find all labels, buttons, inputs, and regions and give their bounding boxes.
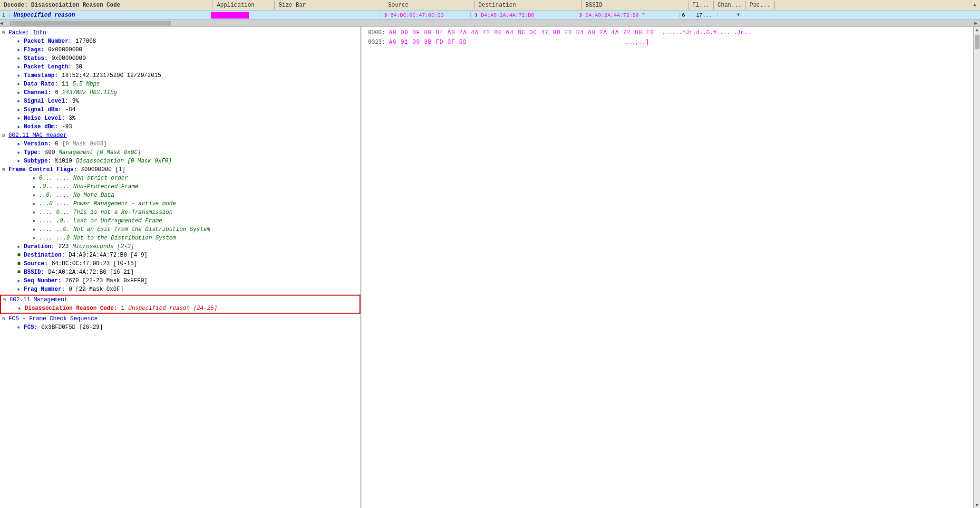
mac-header-section[interactable]: ⊟ 802.11 MAC Header bbox=[0, 131, 360, 140]
frame-control-flags-header[interactable]: ⊟ Frame Control Flags: %00000000 [1] bbox=[0, 165, 360, 174]
hex-offset-0: 0000: bbox=[365, 29, 389, 36]
bullet-icon: ● bbox=[17, 142, 24, 147]
bullet-icon: ● bbox=[17, 73, 24, 78]
scroll-down-icon[interactable]: ▼ bbox=[737, 12, 744, 18]
fcf-flag-6: ● .... .0.. Last or Unfragmented Frame bbox=[0, 217, 360, 225]
bullet-icon: ● bbox=[32, 176, 39, 181]
field-destination: ■ Destination: D4:A0:2A:4A:72:B0 [4-9] bbox=[0, 251, 360, 259]
bullet-icon: ● bbox=[32, 201, 39, 207]
packet-info-header[interactable]: ⊟ Packet Info bbox=[0, 29, 360, 37]
decode-label: Decode: Disassociation Reason Code bbox=[0, 1, 213, 10]
col-pac: Pac... bbox=[746, 1, 774, 10]
hex-row-1: 0023: A6 01 00 3B FD 0F 5D ...;..] bbox=[365, 38, 970, 47]
bullet-icon: ■ bbox=[17, 252, 24, 259]
field-timestamp: ● Timestamp: 18:52:42.123175200 12/29/20… bbox=[0, 71, 360, 80]
bullet-icon: ● bbox=[32, 210, 39, 215]
bullet-icon: ● bbox=[17, 278, 24, 284]
size-bar-visual bbox=[211, 12, 249, 19]
col-bssid: BSSID bbox=[582, 1, 689, 10]
field-signal-dbm: ● Signal dBm: -84 bbox=[0, 105, 360, 114]
scroll-left-icon[interactable]: ◀ bbox=[0, 20, 6, 26]
field-frag-number: ● Frag Number: 0 [22 Mask 0x0F] bbox=[0, 285, 360, 294]
bullet-icon: ● bbox=[17, 116, 24, 121]
hscroll-thumb[interactable] bbox=[10, 21, 171, 26]
management-label[interactable]: 802.11 Management bbox=[10, 297, 68, 303]
packet-number: 1 bbox=[0, 12, 10, 18]
field-noise-level: ● Noise Level: 3% bbox=[0, 114, 360, 123]
vertical-scrollbar[interactable]: ▲ ▼ bbox=[973, 27, 980, 508]
packet-bssid: ❱ D4:A0:2A:4A:72:B0 * bbox=[575, 12, 680, 18]
mac-header-label[interactable]: 802.11 MAC Header bbox=[9, 132, 67, 139]
col-application: Application bbox=[213, 1, 275, 10]
horizontal-scrollbar[interactable]: ◀ ▶ bbox=[0, 20, 980, 27]
field-signal-level: ● Signal Level: 9% bbox=[0, 97, 360, 105]
fcs-label[interactable]: FCS - Frame Check Sequence bbox=[9, 316, 97, 322]
bullet-icon: ● bbox=[17, 150, 24, 155]
field-source: ■ Source: 64:BC:0C:47:0D:23 [10-15] bbox=[0, 259, 360, 268]
hex-row-0: 0000: A0 00 DF 00 D4 A0 2A 4A 72 B0 64 B… bbox=[365, 29, 970, 37]
bullet-icon: ● bbox=[17, 39, 24, 44]
collapse-fcf-icon[interactable]: ⊟ bbox=[2, 167, 9, 173]
hex-panel: 0000: A0 00 DF 00 D4 A0 2A 4A 72 B0 64 B… bbox=[361, 27, 973, 508]
fcf-flag-1: ● 0... .... Non-strict order bbox=[0, 174, 360, 182]
packet-source: ❱ 64:BC:0C:47:0D:23 bbox=[380, 12, 471, 18]
field-bssid: ■ BSSID: D4:A0:2A:4A:72:B0 [16-21] bbox=[0, 268, 360, 277]
col-chan: Chan... bbox=[714, 1, 746, 10]
fcf-flag-2: ● .0.. .... Non-Protected Frame bbox=[0, 182, 360, 191]
packet-info-label[interactable]: Packet Info bbox=[9, 29, 46, 36]
bullet-icon: ● bbox=[17, 90, 24, 96]
bullet-icon: ● bbox=[32, 227, 39, 232]
hex-bytes-0: A0 00 DF 00 D4 A0 2A 4A 72 B0 64 BC 0C 4… bbox=[389, 29, 654, 36]
collapse-packet-info-icon[interactable]: ⊟ bbox=[2, 30, 9, 36]
field-data-rate: ● Data Rate: 11 5.5 Mbps bbox=[0, 80, 360, 88]
packet-fl: 6 bbox=[680, 12, 694, 18]
fcf-flag-8: ● .... ...0 Not to the Distribution Syst… bbox=[0, 234, 360, 242]
collapse-management-icon[interactable]: ⊟ bbox=[3, 297, 10, 303]
col-fl: Fl... bbox=[689, 1, 714, 10]
packet-row[interactable]: 1 Unspecified reason ❱ 64:BC:0C:47:0D:23… bbox=[0, 10, 980, 20]
management-header[interactable]: ⊟ 802.11 Management bbox=[1, 296, 359, 304]
field-duration: ● Duration: 223 Microseconds [2-3] bbox=[0, 242, 360, 251]
bullet-icon: ● bbox=[17, 107, 24, 113]
field-subtype: ● Subtype: %1010 Disassociation [0 Mask … bbox=[0, 157, 360, 165]
hex-ascii-0: ......*Jr.d..G.#......Jr.. bbox=[654, 29, 751, 36]
fcf-flag-5: ● .... 0... This is not a Re-Transmissio… bbox=[0, 208, 360, 217]
field-noise-dbm: ● Noise dBm: -93 bbox=[0, 123, 360, 131]
hex-ascii-1: ...;..] bbox=[617, 39, 649, 46]
fcf-flag-7: ● .... ..0. Not an Exit from the Distrib… bbox=[0, 225, 360, 234]
management-section-highlighted: ⊟ 802.11 Management ● Disassociation Rea… bbox=[0, 295, 360, 314]
field-packet-length: ● Packet Length: 30 bbox=[0, 63, 360, 71]
fcs-section-header[interactable]: ⊟ FCS - Frame Check Sequence bbox=[0, 315, 360, 323]
packet-sizebar bbox=[209, 11, 380, 19]
bullet-icon: ● bbox=[32, 184, 39, 190]
collapse-fcs-icon[interactable]: ⊟ bbox=[2, 316, 9, 322]
col-sizebar: Size Bar bbox=[275, 1, 384, 10]
field-version: ● Version: 0 [0 Mask 0x03] bbox=[0, 140, 360, 148]
bullet-icon: ● bbox=[32, 219, 39, 224]
collapse-mac-header-icon[interactable]: ⊟ bbox=[2, 133, 9, 138]
bullet-icon: ● bbox=[17, 65, 24, 70]
field-type: ● Type: %00 Management [0 Mask 0x0C] bbox=[0, 148, 360, 157]
bullet-icon: ● bbox=[32, 236, 39, 241]
field-fcs: ● FCS: 0x3BFD0F5D [26-29] bbox=[0, 323, 360, 332]
field-flags: ● Flags: 0x00000000 bbox=[0, 46, 360, 54]
bullet-icon: ● bbox=[18, 306, 25, 311]
bullet-icon: ● bbox=[17, 287, 24, 292]
hex-offset-1: 0023: bbox=[365, 39, 389, 46]
scroll-up-icon[interactable]: ▲ bbox=[973, 2, 980, 8]
bullet-icon: ● bbox=[17, 56, 24, 61]
header-bar: Decode: Disassociation Reason Code Appli… bbox=[0, 0, 980, 10]
scroll-bottom-icon[interactable]: ▼ bbox=[975, 503, 978, 508]
packet-label: Unspecified reason bbox=[10, 12, 209, 19]
vscroll-thumb[interactable] bbox=[975, 35, 980, 49]
packet-chan: 17... bbox=[694, 12, 718, 18]
col-destination: Destination bbox=[475, 1, 582, 10]
bullet-icon: ● bbox=[17, 82, 24, 87]
bullet-icon: ■ bbox=[17, 269, 24, 276]
fcf-flag-3: ● ..0. .... No More Data bbox=[0, 191, 360, 200]
field-packet-number: ● Packet Number: 177008 bbox=[0, 37, 360, 46]
scroll-right-icon[interactable]: ▶ bbox=[974, 20, 980, 26]
field-disassoc-reason: ● Disassociation Reason Code: 1 Unspecif… bbox=[1, 304, 359, 313]
col-source: Source bbox=[384, 1, 475, 10]
scroll-top-icon[interactable]: ▲ bbox=[975, 28, 978, 33]
